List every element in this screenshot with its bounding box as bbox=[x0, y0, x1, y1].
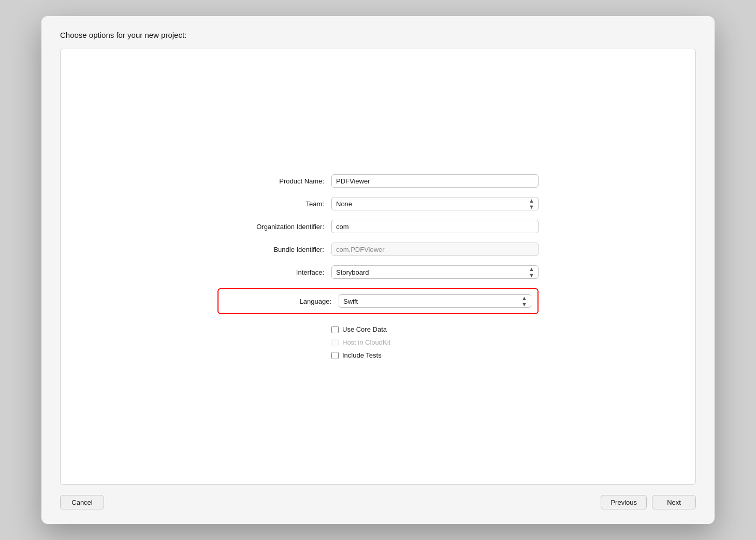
team-label: Team: bbox=[217, 200, 331, 208]
include-tests-label[interactable]: Include Tests bbox=[342, 351, 382, 359]
next-button[interactable]: Next bbox=[652, 495, 696, 509]
interface-label: Interface: bbox=[217, 268, 331, 276]
bundle-identifier-input bbox=[331, 243, 539, 256]
product-name-row: Product Name: bbox=[217, 174, 539, 188]
org-identifier-label: Organization Identifier: bbox=[217, 223, 331, 231]
interface-row: Interface: Storyboard SwiftUI ▲ ▼ bbox=[217, 265, 539, 279]
org-identifier-input[interactable] bbox=[331, 220, 539, 233]
include-tests-checkbox[interactable] bbox=[331, 352, 339, 359]
language-row: Language: Swift Objective-C ▲ ▼ bbox=[217, 288, 539, 314]
bundle-identifier-row: Bundle Identifier: bbox=[217, 243, 539, 256]
cancel-button[interactable]: Cancel bbox=[60, 495, 104, 509]
product-name-label: Product Name: bbox=[217, 177, 331, 185]
host-in-cloudkit-label: Host in CloudKit bbox=[342, 338, 390, 346]
use-core-data-checkbox[interactable] bbox=[331, 326, 339, 333]
product-name-input[interactable] bbox=[331, 174, 539, 188]
host-in-cloudkit-row: Host in CloudKit bbox=[331, 338, 539, 346]
footer-right: Previous Next bbox=[601, 495, 696, 509]
interface-select-wrapper: Storyboard SwiftUI ▲ ▼ bbox=[331, 265, 539, 279]
form-container: Product Name: Team: None Add an Account.… bbox=[217, 174, 539, 359]
checkboxes-section: Use Core Data Host in CloudKit Include T… bbox=[217, 325, 539, 359]
previous-button[interactable]: Previous bbox=[601, 495, 647, 509]
team-select[interactable]: None Add an Account... bbox=[331, 197, 539, 210]
language-label: Language: bbox=[225, 297, 339, 305]
language-select-wrapper: Swift Objective-C ▲ ▼ bbox=[339, 294, 531, 308]
footer-left: Cancel bbox=[60, 495, 104, 509]
team-row: Team: None Add an Account... ▲ ▼ bbox=[217, 197, 539, 210]
new-project-dialog: Choose options for your new project: Pro… bbox=[41, 16, 715, 524]
interface-select[interactable]: Storyboard SwiftUI bbox=[331, 265, 539, 279]
use-core-data-label[interactable]: Use Core Data bbox=[342, 325, 387, 333]
dialog-footer: Cancel Previous Next bbox=[60, 495, 696, 509]
org-identifier-row: Organization Identifier: bbox=[217, 220, 539, 233]
host-in-cloudkit-checkbox bbox=[331, 339, 339, 346]
dialog-title: Choose options for your new project: bbox=[60, 31, 696, 39]
team-select-wrapper: None Add an Account... ▲ ▼ bbox=[331, 197, 539, 210]
content-area: Product Name: Team: None Add an Account.… bbox=[60, 49, 696, 485]
include-tests-row: Include Tests bbox=[331, 351, 539, 359]
language-select[interactable]: Swift Objective-C bbox=[339, 294, 531, 308]
use-core-data-row: Use Core Data bbox=[331, 325, 539, 333]
bundle-identifier-label: Bundle Identifier: bbox=[217, 246, 331, 253]
